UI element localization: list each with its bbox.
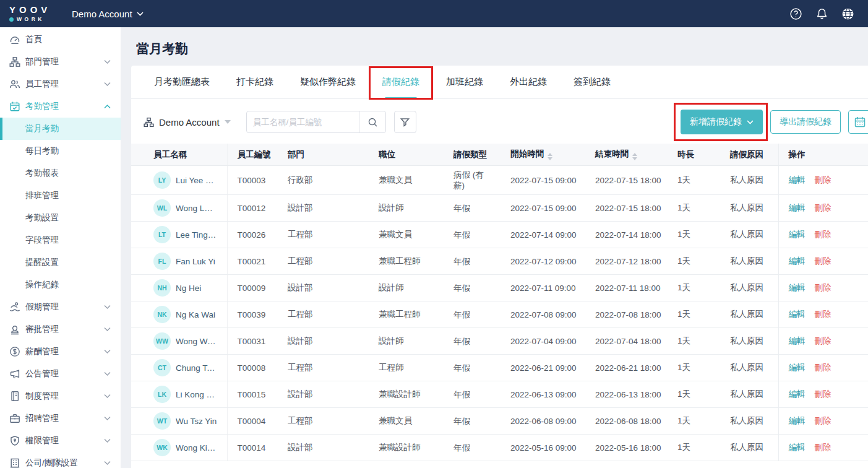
cell-start-time: 2022-07-12 09:00 xyxy=(501,248,585,275)
edit-link[interactable]: 編輯 xyxy=(789,336,806,345)
sidebar-item-label: 審批管理 xyxy=(25,324,59,335)
cell-position: 兼職設計師 xyxy=(369,435,444,461)
edit-link[interactable]: 編輯 xyxy=(789,443,806,452)
sort-arrows-icon[interactable] xyxy=(632,153,637,160)
account-selector[interactable]: Demo Account xyxy=(72,9,144,19)
language-globe-icon[interactable] xyxy=(841,7,854,20)
brand-subtitle: WORK xyxy=(9,16,59,22)
org-selector[interactable]: Demo Account xyxy=(144,117,231,128)
edit-link[interactable]: 編輯 xyxy=(789,363,806,372)
column-header-結束時間[interactable]: 結束時間 xyxy=(585,144,668,166)
sidebar-item-announcement[interactable]: 公告管理 xyxy=(0,363,121,385)
topbar-actions xyxy=(789,7,868,20)
sidebar-subitem-操作紀錄[interactable]: 操作紀錄 xyxy=(0,274,121,296)
delete-link[interactable]: 刪除 xyxy=(815,363,831,372)
cell-end-time: 2022-06-13 18:00 xyxy=(585,381,668,408)
table-row: WLWong Long ⋯T00012設計部設計師年假2022-07-15 09… xyxy=(131,195,868,222)
export-leave-record-button[interactable]: 導出請假紀錄 xyxy=(770,110,841,134)
tab-月考勤匯總表[interactable]: 月考勤匯總表 xyxy=(153,66,210,98)
cell-employee-name: WKWong Kin Ho xyxy=(131,435,227,461)
edit-link[interactable]: 編輯 xyxy=(789,416,806,425)
sidebar-subitem-排班管理[interactable]: 排班管理 xyxy=(0,184,121,207)
delete-link[interactable]: 刪除 xyxy=(815,256,831,266)
cell-duration: 1天 xyxy=(668,275,720,301)
sidebar-item-policy[interactable]: 制度管理 xyxy=(0,385,121,407)
tab-加班紀錄[interactable]: 加班紀錄 xyxy=(445,66,484,98)
edit-link[interactable]: 編輯 xyxy=(789,256,806,266)
edit-link[interactable]: 編輯 xyxy=(789,203,806,212)
column-header-職位: 職位 xyxy=(369,144,444,166)
delete-link[interactable]: 刪除 xyxy=(815,310,831,319)
account-selector-label: Demo Account xyxy=(72,9,132,19)
delete-link[interactable]: 刪除 xyxy=(815,336,831,345)
sidebar-subitem-每日考勤[interactable]: 每日考勤 xyxy=(0,140,121,162)
sidebar-item-company[interactable]: 公司/團隊設置 xyxy=(0,452,121,468)
cell-actions: 編輯刪除 xyxy=(778,381,868,408)
sidebar-item-permission[interactable]: 權限管理 xyxy=(0,430,121,452)
sidebar-subitem-當月考勤[interactable]: 當月考勤 xyxy=(0,118,121,140)
notifications-bell-icon[interactable] xyxy=(815,7,828,20)
tab-請假紀錄[interactable]: 請假紀錄 xyxy=(382,66,420,98)
column-header-開始時間[interactable]: 開始時間 xyxy=(501,144,585,166)
edit-link[interactable]: 編輯 xyxy=(789,310,806,319)
cell-reason: 私人原因 xyxy=(720,408,778,435)
sidebar-item-employee[interactable]: 員工管理 xyxy=(0,73,121,95)
add-leave-record-button[interactable]: 新增請假紀錄 xyxy=(681,110,763,134)
delete-link[interactable]: 刪除 xyxy=(815,389,831,399)
calendar-icon xyxy=(854,116,866,128)
edit-link[interactable]: 編輯 xyxy=(789,175,806,184)
avatar: NH xyxy=(153,279,171,297)
tab-簽到紀錄[interactable]: 簽到紀錄 xyxy=(573,66,611,98)
cell-position: 兼職設計師 xyxy=(369,381,444,408)
search-input[interactable] xyxy=(247,118,359,127)
table-row: LTLee Ting WaiT00026工程部兼職文員年假2022-07-14 … xyxy=(131,222,868,248)
cell-employee-name: NHNg Hei xyxy=(131,275,227,301)
edit-link[interactable]: 編輯 xyxy=(789,283,806,292)
tab-打卡紀錄[interactable]: 打卡紀錄 xyxy=(236,66,274,98)
edit-link[interactable]: 編輯 xyxy=(789,389,806,399)
employee-name: Chung Tsz F⋯ xyxy=(176,363,217,373)
sort-arrows-icon[interactable] xyxy=(548,153,552,160)
delete-link[interactable]: 刪除 xyxy=(815,203,831,212)
sidebar-item-department[interactable]: 部門管理 xyxy=(0,51,121,73)
sidebar-item-label: 制度管理 xyxy=(25,391,59,402)
cell-employee-id: T00012 xyxy=(227,195,278,222)
search-icon[interactable] xyxy=(359,111,385,132)
delete-link[interactable]: 刪除 xyxy=(815,283,831,292)
sidebar-item-recruitment[interactable]: 招聘管理 xyxy=(0,407,121,430)
help-icon[interactable] xyxy=(789,7,802,20)
sidebar-item-home[interactable]: 首頁 xyxy=(0,28,121,51)
cell-duration: 1天 xyxy=(668,328,720,355)
cell-end-time: 2022-06-08 18:00 xyxy=(585,408,668,435)
delete-link[interactable]: 刪除 xyxy=(815,416,831,425)
edit-link[interactable]: 編輯 xyxy=(789,230,806,239)
delete-link[interactable]: 刪除 xyxy=(815,175,831,184)
avatar: NK xyxy=(153,306,171,323)
tab-bar: 月考勤匯總表打卡紀錄疑似作弊紀錄請假紀錄加班紀錄外出紀錄簽到紀錄 xyxy=(131,66,868,99)
attendance-icon xyxy=(9,101,20,112)
calendar-view-button[interactable] xyxy=(848,110,868,134)
app-root: YOOV WORK Demo Account 首頁部門管理員工管理考勤管理當月考… xyxy=(0,0,868,468)
sidebar-item-approval[interactable]: 審批管理 xyxy=(0,318,121,340)
cell-duration: 1天 xyxy=(668,408,720,435)
cell-employee-name: WLWong Long ⋯ xyxy=(131,195,227,222)
sidebar-subitem-字段管理[interactable]: 字段管理 xyxy=(0,229,121,251)
sidebar-item-holiday[interactable]: 假期管理 xyxy=(0,296,121,318)
cell-actions: 編輯刪除 xyxy=(778,301,868,328)
tab-疑似作弊紀錄[interactable]: 疑似作弊紀錄 xyxy=(299,66,356,98)
cell-reason: 私人原因 xyxy=(720,248,778,275)
column-label: 員工編號 xyxy=(238,150,271,159)
sidebar-subitem-考勤設置[interactable]: 考勤設置 xyxy=(0,207,121,229)
sidebar-item-attendance[interactable]: 考勤管理 xyxy=(0,95,121,118)
sidebar-subitem-考勤報表[interactable]: 考勤報表 xyxy=(0,162,121,184)
delete-link[interactable]: 刪除 xyxy=(815,443,831,452)
chevron-down-icon xyxy=(104,394,111,399)
tab-外出紀錄[interactable]: 外出紀錄 xyxy=(509,66,548,98)
sidebar-item-payroll[interactable]: 薪酬管理 xyxy=(0,340,121,363)
cell-employee-id: T00026 xyxy=(227,222,278,248)
delete-link[interactable]: 刪除 xyxy=(815,230,831,239)
sidebar-subitem-提醒設置[interactable]: 提醒設置 xyxy=(0,251,121,274)
brand-logo[interactable]: YOOV WORK xyxy=(0,5,59,22)
filter-button[interactable] xyxy=(394,111,416,133)
cell-actions: 編輯刪除 xyxy=(778,248,868,275)
